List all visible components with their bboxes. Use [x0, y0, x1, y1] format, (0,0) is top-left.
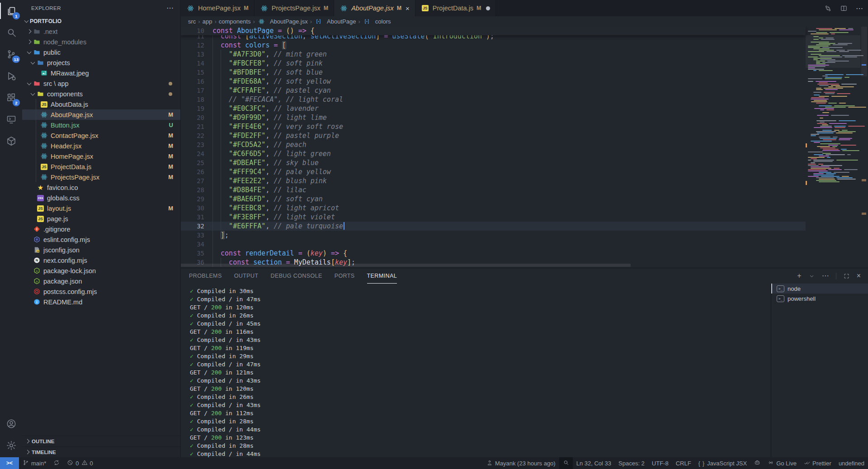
- status-sync[interactable]: [50, 457, 63, 469]
- tree-item--gitignore[interactable]: .gitignore: [22, 224, 180, 234]
- code-line-10[interactable]: 10const AboutPage = () => {: [181, 26, 806, 35]
- code-line-35[interactable]: 35const renderDetail = (key) => {: [181, 249, 806, 258]
- code-line-21[interactable]: 21"#FFE4E6", // very soft rose: [181, 122, 806, 131]
- panel-tab-ports[interactable]: PORTS: [335, 268, 355, 284]
- breadcrumb-item-app[interactable]: app: [203, 18, 212, 25]
- activity-item-source-control[interactable]: 13: [0, 43, 22, 65]
- tree-item-next-config-mjs[interactable]: Nnext.config.mjs: [22, 255, 180, 265]
- maximize-panel-icon[interactable]: [843, 273, 850, 280]
- code-line-17[interactable]: 17"#CFFAFE", // pastel cyan: [181, 86, 806, 95]
- tree-item-aboutpage-jsx[interactable]: AboutPage.jsxM: [22, 109, 180, 120]
- breadcrumb-item-colors[interactable]: colors: [363, 18, 391, 25]
- tree-item-aboutdata-js[interactable]: JSAboutData.js: [22, 99, 180, 109]
- status-branch[interactable]: main*: [19, 457, 50, 469]
- tree-item-jsconfig-json[interactable]: JSjsconfig.json: [22, 245, 180, 255]
- activity-item-explorer[interactable]: 1: [0, 0, 22, 22]
- code-line-11[interactable]: 11const [activeSection, setActiveSection…: [181, 35, 806, 41]
- terminal-instance-node[interactable]: >_node: [771, 284, 868, 294]
- status-language[interactable]: { }JavaScript JSX: [695, 457, 751, 469]
- code-line-33[interactable]: 33];: [181, 231, 806, 240]
- scrollbar-thumb[interactable]: [861, 27, 867, 76]
- tree-item-postcss-config-mjs[interactable]: postcss.config.mjs: [22, 286, 180, 297]
- code-line-14[interactable]: 14"#FBCFE8", // soft pink: [181, 59, 806, 68]
- code-line-13[interactable]: 13"#A7F3D0", // mint green: [181, 50, 806, 59]
- code-area[interactable]: 10const AboutPage = () => {11const [acti…: [181, 26, 806, 267]
- code-line-32[interactable]: 32"#E6FFFA", // pale turquoise: [181, 222, 806, 231]
- tree-item-page-js[interactable]: JSpage.js: [22, 213, 180, 224]
- timeline-section[interactable]: TIMELINE: [22, 446, 180, 457]
- code-line-31[interactable]: 31"#F3E8FF", // light violet: [181, 213, 806, 222]
- tree-item-readme-md[interactable]: iREADME.md: [22, 297, 180, 307]
- more-actions-icon[interactable]: ⋯: [856, 4, 863, 13]
- more-actions-icon[interactable]: ⋯: [166, 4, 174, 12]
- tab-aboutpage-jsx[interactable]: AboutPage.jsxM×: [334, 0, 415, 16]
- status-zoom[interactable]: [559, 457, 573, 469]
- code-line-24[interactable]: 24"#C6F6D5", // light green: [181, 149, 806, 158]
- new-terminal-icon[interactable]: +: [797, 272, 801, 280]
- code-editor[interactable]: 10const AboutPage = () => {11const [acti…: [181, 26, 868, 268]
- tree-item-contactpage-jsx[interactable]: ContactPage.jsxM: [22, 130, 180, 141]
- status-copilot[interactable]: [750, 457, 764, 469]
- activity-item-account[interactable]: [0, 413, 22, 435]
- open-changes-icon[interactable]: [824, 5, 832, 12]
- tree-item-layout-js[interactable]: JSlayout.jsM: [22, 203, 180, 213]
- activity-item-run-debug[interactable]: [0, 65, 22, 87]
- code-line-16[interactable]: 16"#FDE68A", // soft yellow: [181, 77, 806, 86]
- activity-item-containers[interactable]: [0, 130, 22, 152]
- code-line-34[interactable]: 34: [181, 240, 806, 249]
- horizontal-scrollbar[interactable]: [181, 264, 631, 267]
- tab-projectdata-js[interactable]: JSProjectData.jsM: [415, 0, 496, 16]
- activity-item-settings[interactable]: [0, 435, 22, 456]
- tree-item-projectdata-js[interactable]: JSProjectData.jsM: [22, 161, 180, 172]
- tree-item-projects[interactable]: projects: [22, 57, 180, 68]
- code-line-29[interactable]: 29"#BAE6FD", // soft cyan: [181, 194, 806, 204]
- terminal-instance-powershell[interactable]: >_powershell: [771, 294, 868, 303]
- activity-item-search[interactable]: [0, 22, 22, 43]
- more-actions-icon[interactable]: ⋯: [822, 272, 829, 280]
- tree-item-favicon-ico[interactable]: ★favicon.ico: [22, 182, 180, 193]
- status-notifications[interactable]: undefined: [835, 457, 868, 469]
- activity-item-extensions[interactable]: 2: [0, 87, 22, 109]
- status-prettier[interactable]: Prettier: [800, 457, 835, 469]
- status-eol[interactable]: CRLF: [672, 457, 695, 469]
- minimap[interactable]: [806, 26, 860, 268]
- panel-tab-debug-console[interactable]: DEBUG CONSOLE: [270, 268, 322, 284]
- panel-tab-terminal[interactable]: TERMINAL: [367, 268, 397, 284]
- terminal-output[interactable]: ✓ Compiled in 30ms✓ Compiled / in 47msGE…: [190, 287, 770, 457]
- tree-item-homepage-jsx[interactable]: HomePage.jsxM: [22, 151, 180, 161]
- code-line-22[interactable]: 22"#FDE2FF", // pastel purple: [181, 131, 806, 140]
- status-problems[interactable]: 00: [63, 457, 96, 469]
- tree-item-components[interactable]: components: [22, 89, 180, 99]
- code-line-26[interactable]: 26"#FFF9C4", // pale yellow: [181, 167, 806, 176]
- tree-item-public[interactable]: public: [22, 47, 180, 57]
- tree-item-button-jsx[interactable]: Button.jsxU: [22, 120, 180, 130]
- code-line-23[interactable]: 23"#FCD5A2", // peach: [181, 140, 806, 149]
- breadcrumb-item-src[interactable]: src: [188, 18, 196, 25]
- panel-tab-problems[interactable]: PROBLEMS: [189, 268, 222, 284]
- code-line-19[interactable]: 19"#E0C3FC", // lavender: [181, 104, 806, 113]
- status-cursor-position[interactable]: Ln 32, Col 33: [573, 457, 615, 469]
- status-author[interactable]: Mayank (23 hours ago): [483, 457, 559, 469]
- status-remote[interactable]: ><: [0, 457, 19, 469]
- tree-item-package-json[interactable]: jspackage.json: [22, 276, 180, 286]
- status-encoding[interactable]: UTF-8: [648, 457, 672, 469]
- tree-item-node-modules[interactable]: node_modules: [22, 37, 180, 47]
- code-line-28[interactable]: 28"#D8B4FE", // lilac: [181, 185, 806, 194]
- tree-item-eslint-config-mjs[interactable]: eslint.config.mjs: [22, 234, 180, 245]
- split-editor-icon[interactable]: [840, 5, 848, 12]
- breadcrumb-item-aboutpage[interactable]: AboutPage: [314, 18, 356, 25]
- tab-projectspage-jsx[interactable]: ProjectsPage.jsxM: [255, 0, 334, 16]
- dirty-dot-icon[interactable]: [486, 6, 490, 10]
- tree-item--next[interactable]: .next: [22, 26, 180, 37]
- code-line-27[interactable]: 27"#FEE2E2", // blush pink: [181, 176, 806, 185]
- tree-item-projectspage-jsx[interactable]: ProjectsPage.jsxM: [22, 172, 180, 182]
- close-panel-icon[interactable]: ×: [857, 272, 861, 280]
- breadcrumb-item-aboutpage-jsx[interactable]: AboutPage.jsx: [257, 18, 308, 25]
- outline-section[interactable]: OUTLINE: [22, 436, 180, 446]
- tree-item-globals-css[interactable]: cssglobals.css: [22, 193, 180, 203]
- tree-item-header-jsx[interactable]: Header.jsxM: [22, 141, 180, 151]
- project-section-header[interactable]: PORTFOLIO: [22, 16, 180, 26]
- status-indentation[interactable]: Spaces: 2: [615, 457, 648, 469]
- tree-item-src-app[interactable]: src \ app: [22, 78, 180, 89]
- activity-item-remote-explorer[interactable]: [0, 109, 22, 130]
